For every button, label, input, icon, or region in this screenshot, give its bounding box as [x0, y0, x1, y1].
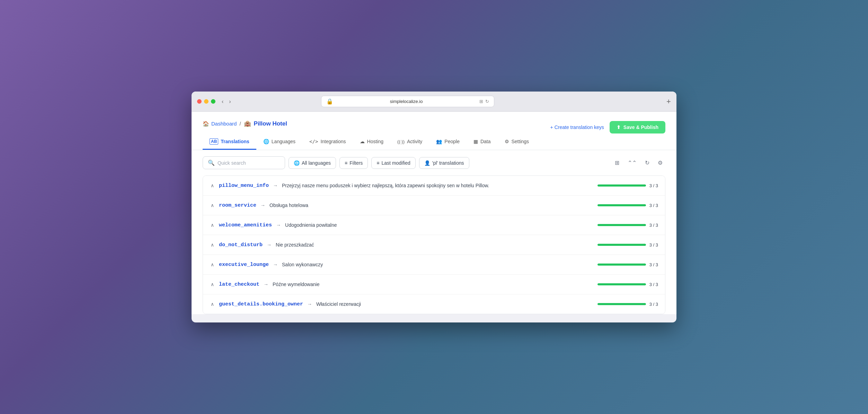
save-publish-button[interactable]: ⬆ Save & Publish	[610, 121, 665, 133]
filter-icon: ≡	[345, 160, 347, 166]
translation-key[interactable]: pillow_menu_info	[219, 183, 269, 189]
progress-bar	[597, 184, 646, 187]
progress-section: 3 / 3	[597, 302, 658, 307]
maximize-button[interactable]	[211, 99, 215, 104]
expand-row-button[interactable]: ∧	[210, 281, 215, 288]
arrow-icon: →	[276, 222, 281, 228]
minimize-button[interactable]	[204, 99, 209, 104]
dashboard-label: Dashboard	[211, 121, 237, 127]
progress-count: 3 / 3	[649, 183, 658, 188]
translation-key[interactable]: room_service	[219, 202, 256, 208]
progress-section: 3 / 3	[597, 262, 658, 267]
hosting-icon: ☁	[360, 139, 365, 144]
languages-icon: 🌐	[263, 139, 269, 144]
tab-activity[interactable]: ((·)) Activity	[390, 134, 429, 150]
tab-integrations[interactable]: </> Integrations	[302, 134, 353, 150]
pl-translations-button[interactable]: 👤 'pl' translations	[419, 157, 469, 169]
progress-count: 3 / 3	[649, 242, 658, 248]
translation-key[interactable]: executive_lounge	[219, 262, 269, 268]
collapse-all-button[interactable]: ⌃⌃	[625, 157, 639, 169]
reader-icon: ⊞	[479, 99, 483, 104]
forward-button[interactable]: ›	[227, 98, 233, 105]
progress-section: 3 / 3	[597, 203, 658, 208]
translation-value: Obsługa hotelowa	[269, 202, 593, 208]
browser-window: ‹ › 🔒 simplelocalize.io ⊞ ↻ + 🏠 Dashboar…	[192, 92, 676, 322]
project-name: 🏨 Pillow Hotel	[244, 120, 287, 127]
back-button[interactable]: ‹	[220, 98, 225, 105]
progress-count: 3 / 3	[649, 302, 658, 307]
refresh-icon[interactable]: ↻	[485, 99, 489, 104]
breadcrumb-separator: /	[239, 121, 241, 127]
search-box[interactable]: 🔍	[203, 156, 285, 169]
translation-value: Właściciel rezerwacji	[316, 301, 593, 307]
progress-bar-fill	[597, 204, 646, 206]
translation-key[interactable]: late_checkout	[219, 282, 259, 287]
all-languages-button[interactable]: 🌐 All languages	[289, 157, 336, 169]
progress-bar-fill	[597, 244, 646, 246]
project-name-text: Pillow Hotel	[254, 120, 287, 127]
save-publish-label: Save & Publish	[623, 124, 658, 130]
progress-count: 3 / 3	[649, 203, 658, 208]
tab-people[interactable]: 👥 People	[429, 134, 467, 150]
progress-section: 3 / 3	[597, 223, 658, 228]
tab-languages[interactable]: 🌐 Languages	[256, 134, 302, 150]
progress-section: 3 / 3	[597, 242, 658, 248]
tab-hosting[interactable]: ☁ Hosting	[353, 134, 390, 150]
people-icon: 👥	[436, 139, 442, 144]
column-settings-button[interactable]: ⚙	[655, 157, 665, 169]
sort-icon: ≡	[377, 160, 379, 166]
search-icon: 🔍	[208, 159, 215, 166]
progress-bar	[597, 244, 646, 246]
dashboard-link[interactable]: 🏠 Dashboard	[203, 121, 237, 127]
integrations-icon: </>	[309, 139, 318, 144]
table-row: ∧ executive_lounge → Salon wykonawczy 3 …	[203, 255, 665, 275]
table-row: ∧ welcome_amenities → Udogodnienia powit…	[203, 215, 665, 235]
close-button[interactable]	[197, 99, 202, 104]
globe-icon: 🌐	[294, 160, 300, 166]
tab-settings[interactable]: ⚙ Settings	[498, 134, 536, 150]
expand-row-button[interactable]: ∧	[210, 241, 215, 248]
translation-key[interactable]: welcome_amenities	[219, 222, 272, 228]
table-row: ∧ pillow_menu_info → Przejrzyj nasze men…	[203, 176, 665, 196]
activity-icon: ((·))	[397, 139, 405, 144]
translation-value: Przejrzyj nasze menu poduszek i wybierz …	[282, 183, 593, 188]
table-row: ∧ room_service → Obsługa hotelowa 3 / 3	[203, 196, 665, 215]
home-icon: 🏠	[203, 121, 209, 127]
search-input[interactable]	[218, 160, 280, 166]
new-tab-button[interactable]: +	[666, 97, 671, 106]
tab-translations[interactable]: AB Translations	[203, 134, 256, 150]
expand-row-button[interactable]: ∧	[210, 182, 215, 189]
person-icon: 👤	[424, 160, 430, 166]
tab-data[interactable]: ▦ Data	[467, 134, 498, 150]
arrow-icon: →	[267, 242, 272, 248]
refresh-button[interactable]: ↻	[642, 157, 652, 169]
arrow-icon: →	[264, 282, 268, 287]
progress-bar	[597, 283, 646, 285]
filters-button[interactable]: ≡ Filters	[339, 157, 368, 169]
progress-bar-fill	[597, 224, 646, 226]
last-modified-button[interactable]: ≡ Last modified	[371, 157, 415, 169]
expand-row-button[interactable]: ∧	[210, 202, 215, 209]
progress-count: 3 / 3	[649, 282, 658, 287]
translation-key[interactable]: do_not_disturb	[219, 242, 263, 248]
address-bar[interactable]: 🔒 simplelocalize.io ⊞ ↻	[321, 96, 494, 107]
create-translation-keys-button[interactable]: + Create translation keys	[550, 124, 604, 130]
arrow-icon: →	[260, 202, 265, 208]
progress-count: 3 / 3	[649, 262, 658, 267]
progress-count: 3 / 3	[649, 223, 658, 228]
progress-bar-fill	[597, 283, 646, 285]
progress-bar-fill	[597, 303, 646, 305]
app-content: 🏠 Dashboard / 🏨 Pillow Hotel + Create tr…	[192, 112, 676, 314]
progress-section: 3 / 3	[597, 282, 658, 287]
progress-bar	[597, 204, 646, 206]
expand-row-button[interactable]: ∧	[210, 261, 215, 268]
translations-icon: AB	[210, 138, 218, 145]
expand-row-button[interactable]: ∧	[210, 222, 215, 228]
view-toggle-button[interactable]: ⊞	[612, 157, 622, 169]
progress-bar	[597, 224, 646, 226]
progress-bar	[597, 264, 646, 266]
progress-bar-fill	[597, 184, 646, 187]
settings-icon: ⚙	[505, 139, 509, 144]
expand-row-button[interactable]: ∧	[210, 301, 215, 308]
translation-key[interactable]: guest_details.booking_owner	[219, 301, 303, 307]
